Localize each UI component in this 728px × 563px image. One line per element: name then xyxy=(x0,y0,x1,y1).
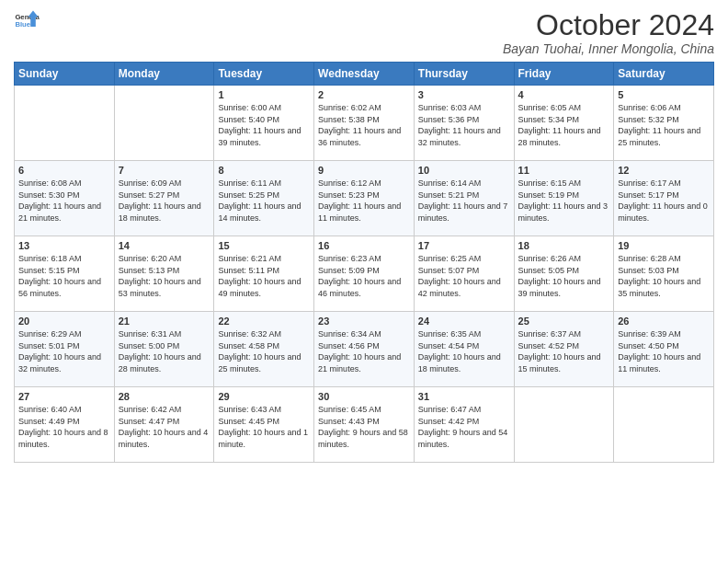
calendar-week-3: 13Sunrise: 6:18 AM Sunset: 5:15 PM Dayli… xyxy=(15,236,714,312)
day-info: Sunrise: 6:12 AM Sunset: 5:23 PM Dayligh… xyxy=(318,178,410,224)
calendar-cell: 7Sunrise: 6:09 AM Sunset: 5:27 PM Daylig… xyxy=(114,161,214,236)
day-info: Sunrise: 6:42 AM Sunset: 4:47 PM Dayligh… xyxy=(119,404,210,450)
day-info: Sunrise: 6:21 AM Sunset: 5:11 PM Dayligh… xyxy=(218,253,310,299)
day-number: 13 xyxy=(18,240,110,251)
day-number: 2 xyxy=(318,89,410,100)
day-info: Sunrise: 6:18 AM Sunset: 5:15 PM Dayligh… xyxy=(18,253,110,299)
calendar-cell: 14Sunrise: 6:20 AM Sunset: 5:13 PM Dayli… xyxy=(114,236,214,312)
day-info: Sunrise: 6:43 AM Sunset: 4:45 PM Dayligh… xyxy=(218,404,310,450)
calendar-table: SundayMondayTuesdayWednesdayThursdayFrid… xyxy=(14,62,714,463)
day-number: 8 xyxy=(218,165,310,176)
day-info: Sunrise: 6:03 AM Sunset: 5:36 PM Dayligh… xyxy=(418,102,510,148)
day-info: Sunrise: 6:02 AM Sunset: 5:38 PM Dayligh… xyxy=(318,102,410,148)
calendar-cell: 22Sunrise: 6:32 AM Sunset: 4:58 PM Dayli… xyxy=(214,312,314,387)
day-info: Sunrise: 6:45 AM Sunset: 4:43 PM Dayligh… xyxy=(318,404,410,450)
day-number: 3 xyxy=(418,89,510,100)
calendar-cell xyxy=(514,387,614,463)
day-info: Sunrise: 6:47 AM Sunset: 4:42 PM Dayligh… xyxy=(418,404,510,450)
page-header: General Blue October 2024 Bayan Tuohai, … xyxy=(14,9,714,56)
calendar-cell: 12Sunrise: 6:17 AM Sunset: 5:17 PM Dayli… xyxy=(614,161,714,236)
day-info: Sunrise: 6:11 AM Sunset: 5:25 PM Dayligh… xyxy=(218,178,310,224)
calendar-week-2: 6Sunrise: 6:08 AM Sunset: 5:30 PM Daylig… xyxy=(15,161,714,236)
calendar-cell: 20Sunrise: 6:29 AM Sunset: 5:01 PM Dayli… xyxy=(15,312,115,387)
day-number: 16 xyxy=(318,240,410,251)
calendar-cell: 17Sunrise: 6:25 AM Sunset: 5:07 PM Dayli… xyxy=(414,236,514,312)
day-info: Sunrise: 6:23 AM Sunset: 5:09 PM Dayligh… xyxy=(318,253,410,299)
calendar-cell: 9Sunrise: 6:12 AM Sunset: 5:23 PM Daylig… xyxy=(314,161,415,236)
title-block: October 2024 Bayan Tuohai, Inner Mongoli… xyxy=(503,9,714,56)
day-number: 17 xyxy=(418,240,510,251)
day-number: 4 xyxy=(518,89,610,100)
day-number: 18 xyxy=(518,240,610,251)
calendar-cell xyxy=(15,86,115,161)
day-info: Sunrise: 6:00 AM Sunset: 5:40 PM Dayligh… xyxy=(218,102,310,148)
day-header-saturday: Saturday xyxy=(614,63,714,86)
day-number: 25 xyxy=(518,316,610,327)
location: Bayan Tuohai, Inner Mongolia, China xyxy=(503,41,714,56)
calendar-week-5: 27Sunrise: 6:40 AM Sunset: 4:49 PM Dayli… xyxy=(15,387,714,463)
day-number: 23 xyxy=(318,316,410,327)
day-number: 24 xyxy=(418,316,510,327)
day-info: Sunrise: 6:37 AM Sunset: 4:52 PM Dayligh… xyxy=(518,328,610,374)
day-number: 14 xyxy=(119,240,210,251)
calendar-cell: 6Sunrise: 6:08 AM Sunset: 5:30 PM Daylig… xyxy=(15,161,115,236)
calendar-cell: 11Sunrise: 6:15 AM Sunset: 5:19 PM Dayli… xyxy=(514,161,614,236)
calendar-cell: 4Sunrise: 6:05 AM Sunset: 5:34 PM Daylig… xyxy=(514,86,614,161)
calendar-cell: 31Sunrise: 6:47 AM Sunset: 4:42 PM Dayli… xyxy=(414,387,514,463)
day-number: 28 xyxy=(119,391,210,402)
day-number: 29 xyxy=(218,391,310,402)
day-header-friday: Friday xyxy=(514,63,614,86)
calendar-cell: 29Sunrise: 6:43 AM Sunset: 4:45 PM Dayli… xyxy=(214,387,314,463)
calendar-week-4: 20Sunrise: 6:29 AM Sunset: 5:01 PM Dayli… xyxy=(15,312,714,387)
day-number: 11 xyxy=(518,165,610,176)
calendar-cell: 25Sunrise: 6:37 AM Sunset: 4:52 PM Dayli… xyxy=(514,312,614,387)
day-number: 20 xyxy=(18,316,110,327)
day-info: Sunrise: 6:39 AM Sunset: 4:50 PM Dayligh… xyxy=(618,328,710,374)
day-info: Sunrise: 6:34 AM Sunset: 4:56 PM Dayligh… xyxy=(318,328,410,374)
day-number: 10 xyxy=(418,165,510,176)
calendar-cell: 10Sunrise: 6:14 AM Sunset: 5:21 PM Dayli… xyxy=(414,161,514,236)
calendar-cell: 15Sunrise: 6:21 AM Sunset: 5:11 PM Dayli… xyxy=(214,236,314,312)
calendar-header-row: SundayMondayTuesdayWednesdayThursdayFrid… xyxy=(15,63,714,86)
calendar-cell: 16Sunrise: 6:23 AM Sunset: 5:09 PM Dayli… xyxy=(314,236,415,312)
day-info: Sunrise: 6:40 AM Sunset: 4:49 PM Dayligh… xyxy=(18,404,110,450)
day-info: Sunrise: 6:35 AM Sunset: 4:54 PM Dayligh… xyxy=(418,328,510,374)
calendar-cell: 28Sunrise: 6:42 AM Sunset: 4:47 PM Dayli… xyxy=(114,387,214,463)
calendar-cell: 8Sunrise: 6:11 AM Sunset: 5:25 PM Daylig… xyxy=(214,161,314,236)
calendar-cell: 13Sunrise: 6:18 AM Sunset: 5:15 PM Dayli… xyxy=(15,236,115,312)
day-number: 15 xyxy=(218,240,310,251)
day-info: Sunrise: 6:17 AM Sunset: 5:17 PM Dayligh… xyxy=(618,178,710,224)
day-info: Sunrise: 6:31 AM Sunset: 5:00 PM Dayligh… xyxy=(119,328,210,374)
day-header-sunday: Sunday xyxy=(15,63,115,86)
calendar-cell: 27Sunrise: 6:40 AM Sunset: 4:49 PM Dayli… xyxy=(15,387,115,463)
day-info: Sunrise: 6:26 AM Sunset: 5:05 PM Dayligh… xyxy=(518,253,610,299)
day-info: Sunrise: 6:08 AM Sunset: 5:30 PM Dayligh… xyxy=(18,178,110,224)
day-info: Sunrise: 6:09 AM Sunset: 5:27 PM Dayligh… xyxy=(119,178,210,224)
day-number: 22 xyxy=(218,316,310,327)
day-header-thursday: Thursday xyxy=(414,63,514,86)
calendar-cell: 18Sunrise: 6:26 AM Sunset: 5:05 PM Dayli… xyxy=(514,236,614,312)
day-header-monday: Monday xyxy=(114,63,214,86)
day-number: 19 xyxy=(618,240,710,251)
day-info: Sunrise: 6:28 AM Sunset: 5:03 PM Dayligh… xyxy=(618,253,710,299)
day-header-wednesday: Wednesday xyxy=(314,63,415,86)
calendar-cell: 24Sunrise: 6:35 AM Sunset: 4:54 PM Dayli… xyxy=(414,312,514,387)
month-title: October 2024 xyxy=(503,9,714,41)
day-number: 6 xyxy=(18,165,110,176)
day-number: 1 xyxy=(218,89,310,100)
day-info: Sunrise: 6:25 AM Sunset: 5:07 PM Dayligh… xyxy=(418,253,510,299)
calendar-cell: 23Sunrise: 6:34 AM Sunset: 4:56 PM Dayli… xyxy=(314,312,415,387)
day-number: 7 xyxy=(119,165,210,176)
calendar-cell: 1Sunrise: 6:00 AM Sunset: 5:40 PM Daylig… xyxy=(214,86,314,161)
calendar-cell xyxy=(114,86,214,161)
calendar-cell: 21Sunrise: 6:31 AM Sunset: 5:00 PM Dayli… xyxy=(114,312,214,387)
calendar-cell: 26Sunrise: 6:39 AM Sunset: 4:50 PM Dayli… xyxy=(614,312,714,387)
day-number: 9 xyxy=(318,165,410,176)
day-number: 26 xyxy=(618,316,710,327)
calendar-cell: 19Sunrise: 6:28 AM Sunset: 5:03 PM Dayli… xyxy=(614,236,714,312)
day-info: Sunrise: 6:29 AM Sunset: 5:01 PM Dayligh… xyxy=(18,328,110,374)
calendar-week-1: 1Sunrise: 6:00 AM Sunset: 5:40 PM Daylig… xyxy=(15,86,714,161)
day-number: 5 xyxy=(618,89,710,100)
day-info: Sunrise: 6:15 AM Sunset: 5:19 PM Dayligh… xyxy=(518,178,610,224)
day-info: Sunrise: 6:14 AM Sunset: 5:21 PM Dayligh… xyxy=(418,178,510,224)
